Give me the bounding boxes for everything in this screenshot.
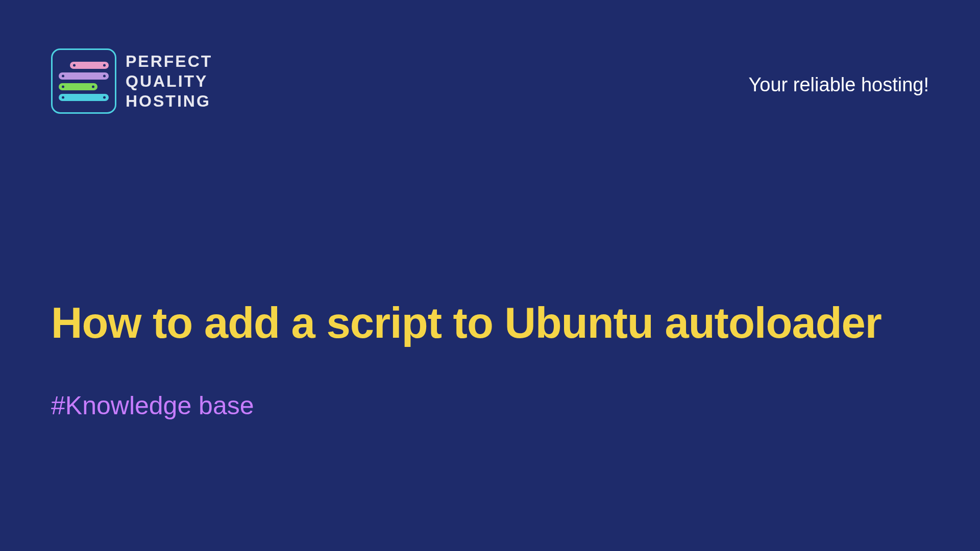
header: PERFECT QUALITY HOSTING Your reliable ho… xyxy=(0,0,980,114)
logo-bar-icon xyxy=(70,62,109,69)
tagline: Your reliable hosting! xyxy=(748,74,929,96)
logo: PERFECT QUALITY HOSTING xyxy=(51,48,212,114)
logo-text: PERFECT QUALITY HOSTING xyxy=(126,52,212,111)
logo-line-3: HOSTING xyxy=(126,92,212,111)
content: How to add a script to Ubuntu autoloader… xyxy=(51,296,929,420)
logo-bar-icon xyxy=(59,72,109,80)
logo-line-1: PERFECT xyxy=(126,52,212,71)
logo-bar-icon xyxy=(59,83,97,90)
logo-bar-icon xyxy=(59,94,109,101)
logo-line-2: QUALITY xyxy=(126,72,212,91)
category-tag: #Knowledge base xyxy=(51,391,929,420)
page-title: How to add a script to Ubuntu autoloader xyxy=(51,296,929,350)
logo-icon xyxy=(51,48,116,114)
